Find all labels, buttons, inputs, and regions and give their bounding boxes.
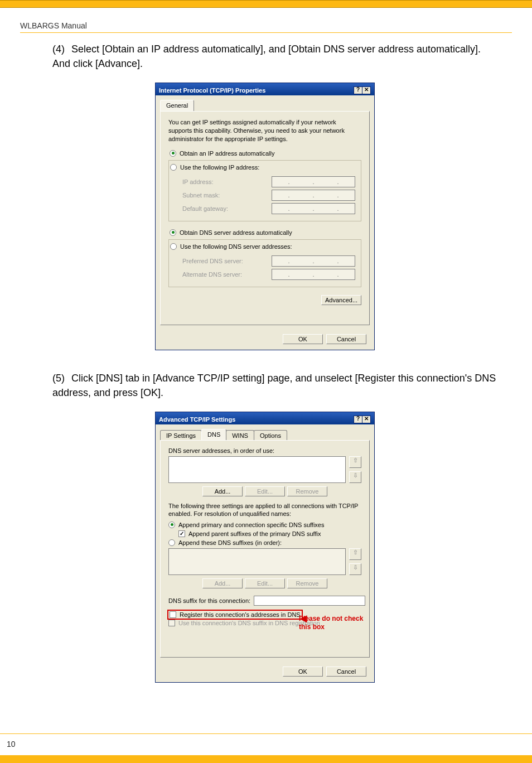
dlg1-button-row: OK Cancel [156,329,374,350]
close-icon[interactable]: ✕ [362,416,371,423]
dlg2-tabstrip: IP Settings DNS WINS Options [156,424,374,440]
checkbox-append-parent[interactable]: Append parent suffixes of the primary DN… [178,530,361,537]
add-button[interactable]: Add... [202,578,243,588]
help-icon[interactable]: ? [354,416,362,423]
remove-button[interactable]: Remove [287,486,327,496]
label-default-gateway: Default gateway: [182,205,268,212]
radio-icon [170,164,177,171]
tcpip-properties-dialog: Internet Protocol (TCP/IP) Properties ? … [155,83,375,350]
radio-use-ip-label: Use the following IP address: [180,164,259,171]
radio-append-primary[interactable]: Append primary and connection specific D… [168,521,361,528]
instruction-4-text: Select [Obtain an IP address automatical… [52,44,481,69]
instruction-5: (5)Click [DNS] tab in [Advance TCP/IP se… [52,371,499,400]
ok-button[interactable]: OK [283,334,323,344]
instruction-4-num: (4) [52,42,71,56]
header-rule [20,32,512,33]
dlg2-title: Advanced TCP/IP Settings [159,416,235,423]
radio-append-these-label: Append these DNS suffixes (in order): [178,539,282,546]
help-icon[interactable]: ? [354,86,362,94]
dlg1-hint: You can get IP settings assigned automat… [168,118,361,143]
add-button[interactable]: Add... [202,486,243,496]
move-up-button[interactable]: ⇧ [349,548,361,560]
radio-auto-ip-label: Obtain an IP address automatically [180,150,274,157]
edit-button[interactable]: Edit... [245,578,285,588]
instruction-5-num: (5) [52,371,71,385]
radio-icon [170,229,176,236]
checkbox-register-dns[interactable]: Register this connection's addresses in … [168,611,302,619]
checkbox-append-parent-label: Append parent suffixes of the primary DN… [188,530,321,537]
checkbox-icon [168,620,175,626]
alternate-dns-field[interactable]: ... [272,269,355,280]
move-down-button[interactable]: ⇩ [349,471,361,483]
preferred-dns-field[interactable]: ... [272,255,355,267]
radio-icon [170,150,176,157]
advanced-button[interactable]: Advanced... [321,295,361,305]
label-preferred-dns: Preferred DNS server: [182,258,268,264]
dlg2-titlebar[interactable]: Advanced TCP/IP Settings ? ✕ [156,412,374,424]
mid-explain-text: The following three settings are applied… [168,502,361,518]
ok-button[interactable]: OK [283,667,323,677]
close-icon[interactable]: ✕ [362,86,371,94]
radio-icon [168,521,175,528]
move-down-button[interactable]: ⇩ [349,563,361,575]
tab-wins[interactable]: WINS [226,430,254,441]
dlg1-title: Internet Protocol (TCP/IP) Properties [159,87,265,94]
doc-header: WLBARGS Manual [20,21,87,30]
label-dns-suffix-connection: DNS suffix for this connection: [168,597,250,604]
radio-icon [170,243,177,250]
radio-auto-dns-label: Obtain DNS server address automatically [180,229,292,236]
checkbox-icon [170,611,176,618]
page-number: 10 [7,740,16,748]
footer-left-bar [0,755,22,763]
default-gateway-field[interactable]: ... [272,203,355,214]
dlg1-panel: You can get IP settings assigned automat… [160,111,370,325]
dns-group: Use the following DNS server addresses: … [168,239,361,287]
checkbox-register-dns-label: Register this connection's addresses in … [180,611,301,618]
instruction-4: (4)Select [Obtain an IP address automati… [52,42,499,71]
dns-suffix-listbox[interactable] [168,548,346,575]
radio-icon [168,539,175,546]
label-alternate-dns: Alternate DNS server: [182,271,268,278]
advanced-tcpip-dialog: Advanced TCP/IP Settings ? ✕ IP Settings… [155,412,375,683]
edit-button[interactable]: Edit... [245,486,285,496]
top-orange-bar [0,0,532,8]
ip-address-field[interactable]: ... [272,176,355,187]
move-up-button[interactable]: ⇧ [349,456,361,468]
dlg2-panel: DNS server addresses, in order of use: ⇧… [160,440,370,658]
tab-ip-settings[interactable]: IP Settings [160,430,202,441]
radio-use-dns-label: Use the following DNS server addresses: [180,243,292,250]
dlg1-tabstrip: General [156,95,374,111]
footer-right-bar [22,755,532,763]
radio-use-dns[interactable]: Use the following DNS server addresses: [170,243,296,250]
checkbox-icon [178,530,185,537]
tab-options[interactable]: Options [254,430,287,441]
dlg2-button-row: OK Cancel [156,661,374,682]
cancel-button[interactable]: Cancel [326,334,366,344]
radio-use-ip[interactable]: Use the following IP address: [170,164,263,171]
ip-group: Use the following IP address: IP address… [168,160,361,221]
radio-auto-dns[interactable]: Obtain DNS server address automatically [170,229,361,236]
label-dns-list: DNS server addresses, in order of use: [168,447,361,454]
dns-suffix-input[interactable] [254,596,365,606]
remove-button[interactable]: Remove [287,578,327,588]
tab-dns[interactable]: DNS [201,429,226,440]
instruction-5-text: Click [DNS] tab in [Advance TCP/IP setti… [52,373,496,398]
annotation-text: Please do not check this box [299,615,365,631]
tab-general[interactable]: General [160,100,194,111]
label-subnet-mask: Subnet mask: [182,192,268,199]
radio-append-primary-label: Append primary and connection specific D… [178,521,325,528]
subnet-mask-field[interactable]: ... [272,190,355,201]
radio-append-these[interactable]: Append these DNS suffixes (in order): [168,539,361,546]
cancel-button[interactable]: Cancel [326,667,366,677]
dlg1-titlebar[interactable]: Internet Protocol (TCP/IP) Properties ? … [156,83,374,95]
dns-server-listbox[interactable] [168,456,346,483]
radio-auto-ip[interactable]: Obtain an IP address automatically [170,150,361,157]
label-ip-address: IP address: [182,178,268,185]
footer-rule [0,733,532,734]
